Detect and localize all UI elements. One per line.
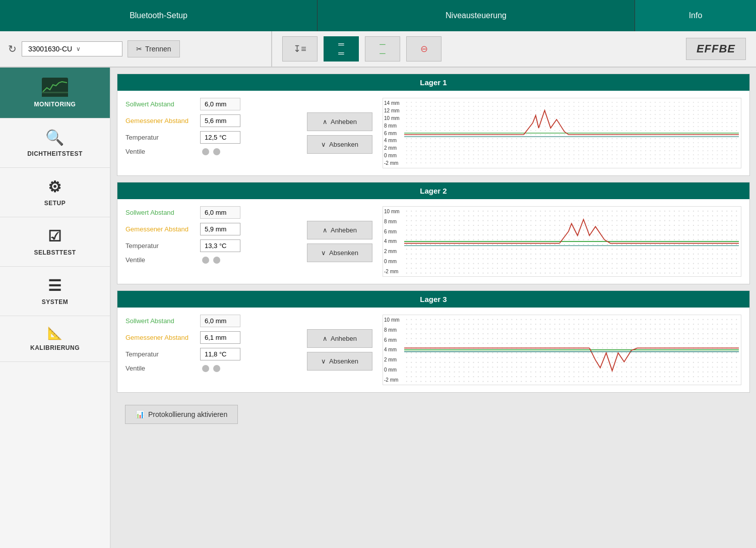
search-icon: 🔍 [45,129,65,146]
lager2-chart-canvas [404,209,739,274]
info-tab[interactable]: Info [635,0,756,31]
down-icon2: ∨ [321,249,326,257]
list-icon: ☰ [48,277,62,294]
chevron-down-icon: ∨ [76,45,81,52]
lager2-controls: Sollwert Abstand 6,0 mm Gemessener Absta… [125,206,297,277]
lager3-gemessen-label: Gemessener Abstand [125,334,196,341]
down-icon3: ∨ [321,357,326,365]
lager1-ventile-label: Ventile [125,148,196,155]
refresh-icon[interactable]: ↻ [8,43,17,55]
lager1-gemessen-label: Gemessener Abstand [125,117,196,125]
sidebar-dichtheitstest-label: DICHTHEITSTEST [27,150,83,157]
info-label: Info [689,11,703,20]
sidebar-item-kalibrierung[interactable]: 📐 KALIBRIERUNG [0,316,110,362]
protokoll-button[interactable]: 📊 Protokollierung aktivieren [125,405,238,424]
lager1-absenken-button[interactable]: ∨ Absenken [307,135,372,154]
lager1-temperatur-label: Temperatur [125,134,196,141]
lager1-controls: Sollwert Abstand 6,0 mm Gemessener Absta… [125,98,297,168]
up-icon3: ∧ [323,335,328,342]
lager3-absenken-button[interactable]: ∨ Absenken [307,352,372,371]
lager2-header: Lager 2 [117,182,749,199]
lager3-chart-labels: 10 mm 8 mm 6 mm 4 mm 2 mm 0 mm -2 mm [383,315,404,385]
lager1-ventile-dots [200,148,220,155]
lager1-section: Lager 1 Sollwert Abstand 6,0 mm Gemessen… [117,74,750,176]
lager3-temperatur-value: 11,8 °C [200,348,240,360]
sidebar-item-system[interactable]: ☰ SYSTEM [0,267,110,316]
lager1-buttons: ∧ Anheben ∨ Absenken [307,98,372,168]
sidebar-setup-label: SETUP [44,200,66,207]
lager2-temperatur-label: Temperatur [125,242,196,250]
svg-rect-1 [42,93,68,97]
single-line-button[interactable]: ── [365,36,400,62]
double-line-icon: ══ [338,40,344,58]
lager1-temperatur-value: 12,5 °C [200,131,240,144]
lager2-sollwert-label: Sollwert Abstand [125,209,196,216]
sidebar-monitoring-label: MONITORING [34,101,76,108]
ruler-icon: 📐 [47,326,63,340]
sidebar-item-dichtheitstest[interactable]: 🔍 DICHTHEITSTEST [0,118,110,168]
niveausteuerung-label: Niveausteuerung [446,11,507,20]
sidebar-item-monitoring[interactable]: MONITORING [0,68,110,118]
lager2-chart-labels: 10 mm 8 mm 6 mm 4 mm 2 mm 0 mm -2 mm [383,207,404,276]
monitoring-icon [42,78,68,97]
lager3-temperatur-label: Temperatur [125,350,196,358]
lager3-chart-canvas [404,317,739,383]
lager2-sollwert-value: 6,0 mm [200,206,240,219]
trennen-button[interactable]: ✂ Trennen [128,40,180,57]
lager2-gemessen-value: 5,9 mm [200,223,240,235]
lager1-anheben-button[interactable]: ∧ Anheben [307,112,372,131]
device-select[interactable]: 33001630-CU ∨ [22,41,122,56]
lager1-chart-labels: 14 mm 12 mm 10 mm 8 mm 6 mm 4 mm 2 mm 0 … [383,98,404,168]
reset-button[interactable]: ⊖ [406,36,442,62]
bluetooth-setup-label: Bluetooth-Setup [130,11,187,20]
sidebar-item-selbsttest[interactable]: ☑ SELBSTTEST [0,217,110,267]
sidebar-item-setup[interactable]: ⚙ SETUP [0,168,110,217]
single-line-icon: ── [380,40,385,58]
double-line-active-button[interactable]: ══ [324,36,359,62]
lager2-anheben-button[interactable]: ∧ Anheben [307,221,372,239]
up-icon: ∧ [323,118,328,126]
lager1-gemessen-value: 5,6 mm [200,114,240,127]
bluetooth-setup-tab[interactable]: Bluetooth-Setup [0,0,318,31]
lager3-ventile-label: Ventile [125,364,196,372]
lager2-chart: 10 mm 8 mm 6 mm 4 mm 2 mm 0 mm -2 mm [383,206,741,277]
lager3-controls: Sollwert Abstand 6,0 mm Gemessener Absta… [125,315,297,385]
lager2-ventile-dots [200,257,220,264]
lager1-header: Lager 1 [117,74,749,91]
sort-list-button[interactable]: ↧≡ [282,36,318,62]
lager3-ventile-dots [200,365,220,372]
lager1-chart-canvas [404,100,739,166]
bottom-bar: 📊 Protokollierung aktivieren [117,399,750,430]
scissors-icon: ✂ [136,45,142,53]
lager3-sollwert-label: Sollwert Abstand [125,317,196,325]
down-icon: ∨ [321,141,326,148]
lager1-chart: 14 mm 12 mm 10 mm 8 mm 6 mm 4 mm 2 mm 0 … [383,98,741,168]
lager2-ventile-label: Ventile [125,256,196,264]
sort-icon: ↧≡ [293,43,306,54]
lager3-gemessen-value: 6,1 mm [200,331,240,344]
gear-icon: ⚙ [48,178,62,196]
lager3-sollwert-value: 6,0 mm [200,315,240,327]
sidebar-kalibrierung-label: KALIBRIERUNG [30,344,80,351]
chart-icon: 📊 [136,410,144,418]
lager3-dot1 [202,365,209,372]
lager2-dot2 [213,257,220,264]
lager1-dot2 [213,148,220,155]
lager1-sollwert-value: 6,0 mm [200,98,240,110]
device-value: 33001630-CU [28,45,72,53]
niveausteuerung-tab[interactable]: Niveausteuerung [318,0,635,31]
sidebar: MONITORING 🔍 DICHTHEITSTEST ⚙ SETUP ☑ SE… [0,68,111,548]
lager2-absenken-button[interactable]: ∨ Absenken [307,243,372,262]
effbe-logo: EFFBE [686,38,746,60]
lager3-header: Lager 3 [117,291,749,308]
lager3-buttons: ∧ Anheben ∨ Absenken [307,315,372,385]
lager2-gemessen-label: Gemessener Abstand [125,225,196,233]
main-content: Lager 1 Sollwert Abstand 6,0 mm Gemessen… [111,68,756,548]
lager2-temperatur-value: 13,3 °C [200,239,240,252]
lager3-anheben-button[interactable]: ∧ Anheben [307,329,372,348]
lager2-section: Lager 2 Sollwert Abstand 6,0 mm Gemessen… [117,182,750,284]
lager1-sollwert-label: Sollwert Abstand [125,100,196,108]
lager3-section: Lager 3 Sollwert Abstand 6,0 mm Gemessen… [117,290,750,393]
sidebar-system-label: SYSTEM [42,298,68,306]
lager3-chart: 10 mm 8 mm 6 mm 4 mm 2 mm 0 mm -2 mm [383,315,741,385]
